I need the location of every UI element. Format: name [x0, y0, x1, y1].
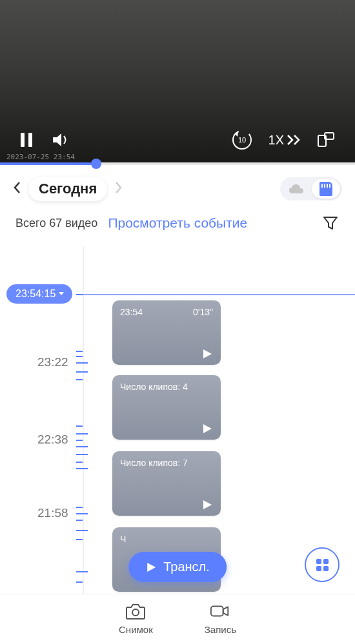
timeline-label: 23:22: [37, 355, 68, 369]
svg-text:10: 10: [238, 136, 245, 144]
sd-storage-button[interactable]: [312, 179, 340, 199]
record-button[interactable]: Запись: [205, 601, 236, 644]
bottom-toolbar: Снимок Запись: [0, 594, 355, 644]
progress-thumb[interactable]: [91, 159, 101, 169]
volume-button[interactable]: [52, 132, 71, 148]
video-player[interactable]: 10 1X 2023-07-25 23:54: [0, 0, 355, 162]
date-prev-button[interactable]: [13, 181, 21, 197]
video-timestamp: 2023-07-25 23:54: [6, 153, 75, 161]
play-icon: [201, 423, 213, 434]
svg-rect-1: [28, 133, 32, 147]
grid-icon: [316, 559, 329, 571]
rotate-button[interactable]: [316, 132, 336, 148]
filter-button[interactable]: [321, 214, 340, 232]
video-icon: [210, 601, 230, 621]
pause-button[interactable]: [19, 132, 34, 148]
clip-card[interactable]: Число клипов: 7: [112, 451, 221, 516]
live-stream-button[interactable]: Трансл.: [128, 552, 227, 582]
sd-card-icon: [320, 182, 332, 196]
date-next-button[interactable]: [115, 181, 123, 197]
timeline-label: 22:38: [37, 433, 68, 447]
current-time-line: [83, 294, 355, 295]
storage-toggle[interactable]: [280, 177, 342, 200]
play-icon: [145, 561, 157, 573]
view-event-link[interactable]: Просмотреть событие: [108, 215, 247, 231]
play-icon: [201, 348, 213, 360]
play-icon: [201, 499, 213, 511]
clip-card[interactable]: 23:54 0'13": [112, 300, 221, 365]
clip-card[interactable]: Число клипов: 4: [112, 375, 221, 440]
camera-icon: [125, 601, 146, 621]
timeline-label: 21:58: [37, 506, 68, 520]
svg-rect-0: [21, 133, 25, 147]
grid-view-button[interactable]: [305, 547, 340, 582]
rewind-10-button[interactable]: 10: [231, 129, 253, 151]
svg-point-6: [132, 609, 139, 616]
svg-rect-7: [211, 606, 223, 616]
cloud-storage-button[interactable]: [282, 179, 310, 199]
snapshot-button[interactable]: Снимок: [119, 601, 153, 644]
progress-bar[interactable]: [0, 162, 355, 165]
date-today-pill[interactable]: Сегодня: [28, 177, 107, 201]
total-videos-label: Всего 67 видео: [15, 217, 97, 230]
playback-speed-button[interactable]: 1X: [269, 133, 301, 148]
current-time-badge[interactable]: 23:54:15: [6, 284, 72, 304]
